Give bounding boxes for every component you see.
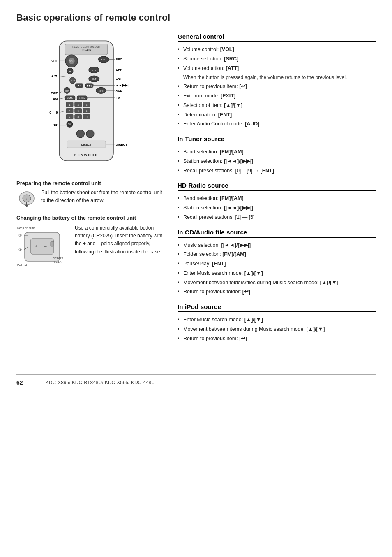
list-item: Recall preset stations: [0] – [9] → [ENT… — [178, 167, 376, 175]
svg-text:EXIT: EXIT — [65, 90, 69, 92]
preparing-title: Preparing the remote control unit — [16, 180, 164, 186]
list-item: Return to previous item: [↩] — [178, 335, 376, 343]
svg-text:ATT: ATT — [116, 68, 122, 72]
svg-text:AUD: AUD — [99, 90, 104, 92]
list-item: Enter Audio Control mode: [AUD] — [178, 120, 376, 128]
general-control-title: General control — [178, 33, 376, 42]
list-item: Determination: [ENT] — [178, 111, 376, 119]
svg-text:(+side): (+side) — [53, 261, 62, 264]
svg-text:AM: AM — [53, 97, 58, 101]
svg-text:①: ① — [18, 233, 22, 237]
svg-rect-86 — [31, 239, 53, 254]
svg-text:6: 6 — [86, 109, 88, 112]
list-item: Recall preset stations: [1] — [6] — [178, 214, 376, 221]
footer-divider: │ — [35, 378, 40, 387]
preparing-section: Preparing the remote control unit ↓ Pull… — [16, 180, 164, 207]
svg-text:#AM-: #AM- — [67, 97, 73, 100]
svg-text:#FM+: #FM+ — [79, 97, 85, 100]
tuner-source-title: In Tuner source — [178, 135, 376, 144]
battery-pull-icon: ↓ — [16, 189, 37, 207]
list-item: Return to previous item: [↩] — [178, 83, 376, 91]
svg-text:5: 5 — [77, 109, 79, 112]
svg-text:DIRECT: DIRECT — [81, 143, 92, 146]
right-column: General control Volume control: [VOL] So… — [178, 33, 376, 350]
battery-section: Changing the battery of the remote contr… — [16, 215, 164, 271]
list-item: Pause/Play: [ENT] — [178, 260, 376, 268]
svg-text:SRC: SRC — [101, 58, 106, 61]
battery-diagram-image: + – ① ② Keep on slide Pull out CR2025 — [16, 224, 70, 271]
svg-text:ENT: ENT — [116, 77, 122, 81]
svg-text:EXIT: EXIT — [51, 91, 58, 95]
general-control-section: General control Volume control: [VOL] So… — [178, 33, 376, 128]
svg-text:◄◄/▶▶|: ◄◄/▶▶| — [116, 84, 129, 87]
list-item: Enter Music search mode: [▲]/[▼] — [178, 316, 376, 324]
general-control-list-2: Return to previous item: [↩] Exit from m… — [178, 83, 376, 128]
list-item: Station selection: [|◄◄]/[▶▶|] — [178, 204, 376, 212]
remote-control-image: REMOTE CONTROL UNIT RC-406 SRC VOL ATT ↩… — [16, 33, 156, 173]
list-item: Folder selection: [FM]/[AM] — [178, 251, 376, 258]
footer-page-number: 62 — [16, 379, 23, 386]
svg-text:ATT: ATT — [92, 69, 97, 72]
svg-rect-87 — [51, 241, 54, 246]
svg-text:0 — 9: 0 — 9 — [49, 111, 58, 114]
list-item: Selection of item: [▲]/[▼] — [178, 102, 376, 109]
svg-marker-83 — [25, 205, 28, 207]
svg-text:VOL: VOL — [51, 59, 58, 63]
list-item: Station selection: [|◄◄]/[▶▶|] — [178, 158, 376, 165]
hd-radio-section: HD Radio source Band selection: [FM]/[AM… — [178, 182, 376, 221]
svg-text:+: + — [35, 244, 37, 248]
svg-text:②: ② — [18, 248, 22, 252]
svg-text:☎: ☎ — [53, 123, 58, 127]
svg-text:CR2025: CR2025 — [53, 257, 63, 260]
svg-text:▲/▼: ▲/▼ — [51, 74, 58, 78]
svg-text:AUD: AUD — [116, 89, 123, 93]
svg-text:▶▶|: ▶▶| — [87, 84, 92, 87]
list-item: Volume control: [VOL] — [178, 46, 376, 53]
svg-text:3: 3 — [86, 103, 88, 106]
svg-text:DIRECT: DIRECT — [116, 143, 127, 146]
svg-text:SRC: SRC — [116, 58, 122, 61]
list-item: Enter Music search mode: [▲]/[▼] — [178, 269, 376, 277]
cd-audio-list: Music selection: [|◄◄]/[▶▶|] Folder sele… — [178, 241, 376, 296]
hd-radio-list: Band selection: [FM]/[AM] Station select… — [178, 195, 376, 221]
preparing-text: Pull the battery sheet out from the remo… — [41, 189, 164, 204]
list-item: Source selection: [SRC] — [178, 55, 376, 63]
cd-audio-section: In CD/Audio file source Music selection:… — [178, 229, 376, 296]
cd-audio-title: In CD/Audio file source — [178, 229, 376, 238]
hd-radio-title: HD Radio source — [178, 182, 376, 191]
svg-text:REMOTE CONTROL UNIT: REMOTE CONTROL UNIT — [72, 46, 100, 48]
list-item: Music selection: [|◄◄]/[▶▶|] — [178, 241, 376, 249]
svg-text:8: 8 — [77, 116, 79, 118]
list-item: Volume reduction: [ATT] — [178, 65, 376, 72]
svg-text:ENT: ENT — [92, 78, 97, 80]
svg-text:VOL: VOL — [69, 60, 74, 63]
svg-text:RC-406: RC-406 — [82, 49, 91, 51]
svg-point-49 — [76, 130, 84, 138]
svg-text:4: 4 — [69, 109, 71, 112]
svg-text:↓: ↓ — [26, 197, 28, 200]
list-item: Return to previous folder: [↩] — [178, 288, 376, 296]
list-item: Movement between items during Music sear… — [178, 325, 376, 333]
ipod-source-title: In iPod source — [178, 303, 376, 312]
left-column: REMOTE CONTROL UNIT RC-406 SRC VOL ATT ↩… — [16, 33, 164, 350]
svg-text:☎: ☎ — [68, 123, 72, 126]
list-item: Band selection: [FM]/[AM] — [178, 195, 376, 202]
page-title: Basic operations of remote control — [16, 12, 376, 23]
svg-text:KENWOOD: KENWOOD — [74, 153, 98, 157]
svg-text:–: – — [44, 244, 47, 248]
list-item: Movement between folders/files during Mu… — [178, 279, 376, 287]
svg-text:FM: FM — [116, 96, 120, 100]
general-control-list: Volume control: [VOL] Source selection: … — [178, 46, 376, 72]
battery-diagram: + – ① ② Keep on slide Pull out CR2025 — [16, 224, 164, 271]
battery-section-title: Changing the battery of the remote contr… — [16, 215, 164, 221]
footer-models: KDC-X895/ KDC-BT848U/ KDC-X595/ KDC-448U — [46, 380, 155, 385]
battery-text: Use a commercially available button batt… — [75, 224, 164, 256]
svg-text:Keep on slide: Keep on slide — [17, 227, 35, 230]
svg-text:◄◄: ◄◄ — [77, 84, 81, 87]
svg-text:Pull out: Pull out — [17, 264, 27, 267]
tuner-source-section: In Tuner source Band selection: [FM]/[AM… — [178, 135, 376, 174]
svg-text:1: 1 — [69, 103, 71, 106]
svg-text:▲▼: ▲▼ — [70, 79, 76, 82]
att-note: When the button is pressed again, the vo… — [183, 74, 376, 81]
ipod-source-list: Enter Music search mode: [▲]/[▼] Movemen… — [178, 316, 376, 342]
